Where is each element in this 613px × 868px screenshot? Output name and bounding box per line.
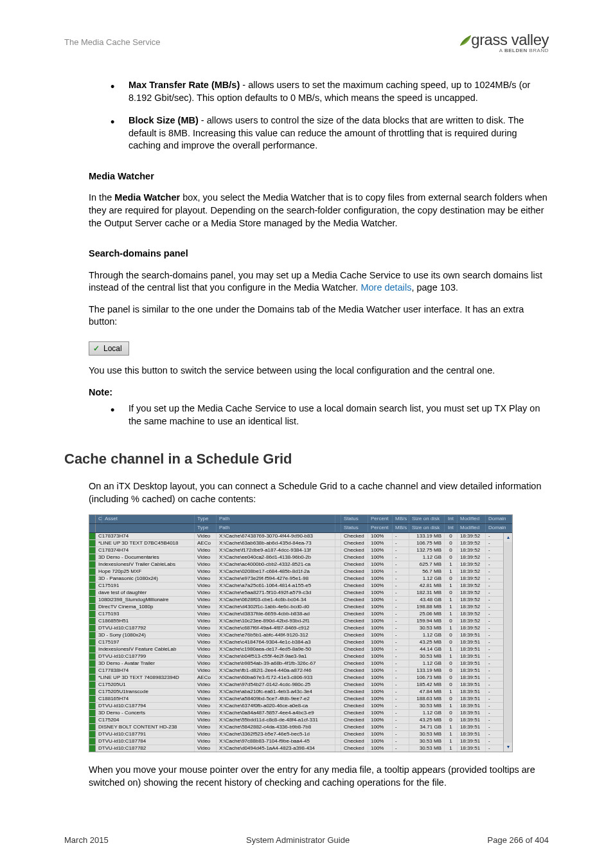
cell-path: X:\Cache\5842882-c4da-4336-b9b8-7b8 [217, 724, 335, 730]
cell-percent: 100% [368, 590, 393, 596]
status-square [89, 689, 96, 695]
grid-header-row1: C Asset Type Path Status Percent MB/s Si… [89, 515, 512, 524]
table-row[interactable]: 1080i2398_SlumdogMillionaireVideoX:\Cach… [89, 597, 512, 604]
cell-path: X:\Cache\c1980aea-de17-4ed5-8a9e-50 [217, 646, 335, 653]
table-row[interactable]: C175205U1VideoX:\Cache\97d54b27-0142-4cd… [89, 682, 512, 689]
cell-type: Video [195, 561, 217, 568]
local-button[interactable]: ✓Local [89, 341, 129, 356]
status-square [89, 724, 96, 730]
status-square [89, 540, 96, 547]
table-row[interactable]: DTVU-id10:C187792VideoX:\Cache\c687f6f-4… [89, 625, 512, 632]
cell-status: Checked [341, 717, 368, 723]
table-row[interactable]: DTVU-id10:C187799VideoX:\Cache\b04f513-c… [89, 653, 512, 660]
cell-asset: 1080i2398_SlumdogMillionaire [96, 597, 195, 603]
cell-type: Video [195, 590, 217, 596]
cell-status: Checked [341, 682, 368, 688]
table-row[interactable]: C175197VideoX:\Cache\c4184764-9304-4e1c-… [89, 639, 512, 646]
leaf-icon [458, 34, 472, 48]
media-watcher-para: In the Media Watcher box, you select the… [89, 192, 549, 230]
table-row[interactable]: C175204VideoX:\Cache\55bdd11d-c8c8-de-48… [89, 717, 512, 724]
cell-mbs: - [393, 597, 409, 603]
scroll-up-icon[interactable]: ▴ [504, 533, 512, 542]
cell-status: Checked [341, 653, 368, 660]
table-row[interactable]: DTVU-id10:C187784VideoX:\Cache\97c88b83-… [89, 738, 512, 745]
scrollbar[interactable]: ▴ ▾ [503, 533, 512, 752]
table-row[interactable]: C186855H51VideoX:\Cache\10c23ee-890d-42b… [89, 618, 512, 625]
cell-asset: 3D Demo - Avatar Trailer [96, 660, 195, 667]
cell-mbs: - [393, 738, 409, 745]
cell-status: Checked [341, 540, 368, 547]
cell-type: Video [195, 611, 217, 617]
table-row[interactable]: C175193VideoX:\Cache\d3837fde-6659-4cbb-… [89, 611, 512, 618]
cell-percent: 100% [368, 597, 393, 603]
cell-path: X:\Cache\3362f523-b5e7-46e5-bec5-1d [217, 731, 335, 737]
status-square [89, 554, 96, 561]
cell-mod: 18:39:52 [458, 554, 486, 561]
cell-int: 0 [445, 696, 458, 702]
table-row[interactable]: DTVU-id10:C187794VideoX:\Cache\6374f0fb-… [89, 703, 512, 710]
cell-percent: 100% [368, 625, 393, 631]
cell-mod: 18:39:51 [458, 710, 486, 716]
grid-body[interactable]: C178373H74VideoX:\Cache\67438769-3070-4f… [89, 533, 512, 752]
table-row[interactable]: 3D Demo - Avatar TrailerVideoX:\Cache\b9… [89, 660, 512, 667]
table-row[interactable]: C175191VideoX:\Cache\a7a25c61-1064-4814-… [89, 583, 512, 590]
cell-mod: 18:39:52 [458, 540, 486, 547]
cell-status: Checked [341, 738, 368, 745]
cell-path: X:\Cache\ac4000b0-cbb2-4332-8521-ca [217, 561, 335, 568]
check-icon: ✓ [93, 344, 100, 353]
cell-int: 1 [445, 561, 458, 568]
cell-size: 106.75 MB [409, 540, 445, 547]
cell-status: Checked [341, 696, 368, 702]
table-row[interactable]: *LINE UP 3D TEXT 74089832394DAECoX:\Cach… [89, 674, 512, 682]
table-row[interactable]: 3D Demo - DocumentariesVideoX:\Cache\ee0… [89, 554, 512, 561]
cell-path: X:\Cache\60ba67e3-f172-41e3-c806-933 [217, 674, 335, 681]
cell-mbs: - [393, 717, 409, 723]
cell-percent: 100% [368, 674, 393, 681]
table-row[interactable]: DTVU-id10:C187791VideoX:\Cache\3362f523-… [89, 731, 512, 738]
status-square [89, 745, 96, 752]
table-row[interactable]: dave test of daughterVideoX:\Cache\e5aa8… [89, 590, 512, 597]
cell-mbs: - [393, 689, 409, 695]
scroll-down-icon[interactable]: ▾ [504, 743, 512, 752]
status-square [89, 674, 96, 681]
more-details-link[interactable]: More details [360, 282, 411, 293]
table-row[interactable]: IndexesIonesIV Feature CableLabVideoX:\C… [89, 646, 512, 653]
cell-type: AECo [195, 674, 217, 681]
bullet-block-size: Block Size (MB) - allows users to contro… [111, 114, 549, 152]
cell-path: X:\Cache\67438769-3070-4f44-9d90-b83 [217, 533, 335, 539]
schedule-grid[interactable]: C Asset Type Path Status Percent MB/s Si… [89, 514, 513, 752]
table-row[interactable]: DTVU-id10:C187782VideoX:\Cache\d0494d45-… [89, 745, 512, 752]
cell-mbs: - [393, 710, 409, 716]
table-row[interactable]: IndexesIonesIV Trailer CableLabsVideoX:\… [89, 561, 512, 568]
cell-size: 133.19 MB [409, 533, 445, 539]
cell-type: Video [195, 547, 217, 554]
table-row[interactable]: C177838H74VideoX:\Cache\fb1-d82l1-2ee4-4… [89, 667, 512, 674]
table-row[interactable]: C178373H74VideoX:\Cache\67438769-3070-4f… [89, 533, 512, 540]
cell-mbs: - [393, 575, 409, 582]
status-square [89, 696, 96, 702]
table-row[interactable]: *LINE UP 3D TEXT D7BC45B4018AECoX:\Cache… [89, 540, 512, 547]
cell-status: Checked [341, 674, 368, 681]
cell-size: 30.53 MB [409, 625, 445, 631]
table-row[interactable]: 3D Demo - ConcertsVideoX:\Cache\0a84a487… [89, 710, 512, 717]
status-square [89, 639, 96, 646]
cell-status: Checked [341, 667, 368, 674]
cell-size: 1.12 GB [409, 710, 445, 716]
cell-mbs: - [393, 731, 409, 737]
cache-channel-para2: When you move your mouse pointer over th… [89, 764, 549, 789]
cell-int: 0 [445, 533, 458, 539]
cell-type: Video [195, 696, 217, 702]
table-row[interactable]: C175205U1transcodeVideoX:\Cache\aba210fc… [89, 689, 512, 696]
cell-mod: 18:39:51 [458, 689, 486, 695]
table-row[interactable]: Hope 720p25 MXFVideoX:\Cache\0208be17-c6… [89, 568, 512, 575]
table-row[interactable]: C178374H74VideoX:\Cache\f172dbe9-a187-4d… [89, 547, 512, 554]
table-row[interactable]: DirecTV Cinema_1080pVideoX:\Cache\d4302f… [89, 604, 512, 611]
table-row[interactable]: C188165H74VideoX:\Cache\a58409bd-5ce7-4f… [89, 696, 512, 703]
cell-type: AECo [195, 540, 217, 547]
cell-type: Video [195, 639, 217, 646]
table-row[interactable]: DISNEY BOLT CONTENT HD-238VideoX:\Cache\… [89, 724, 512, 731]
table-row[interactable]: 3D - Sony (1080x24)VideoX:\Cache\e76b5b1… [89, 632, 512, 639]
cell-path: X:\Cache\ee040ca2-86d1-4138-96b0-2b [217, 554, 335, 561]
table-row[interactable]: 3D - Panasonic (1080x24)VideoX:\Cache\e9… [89, 575, 512, 583]
cell-percent: 100% [368, 611, 393, 617]
